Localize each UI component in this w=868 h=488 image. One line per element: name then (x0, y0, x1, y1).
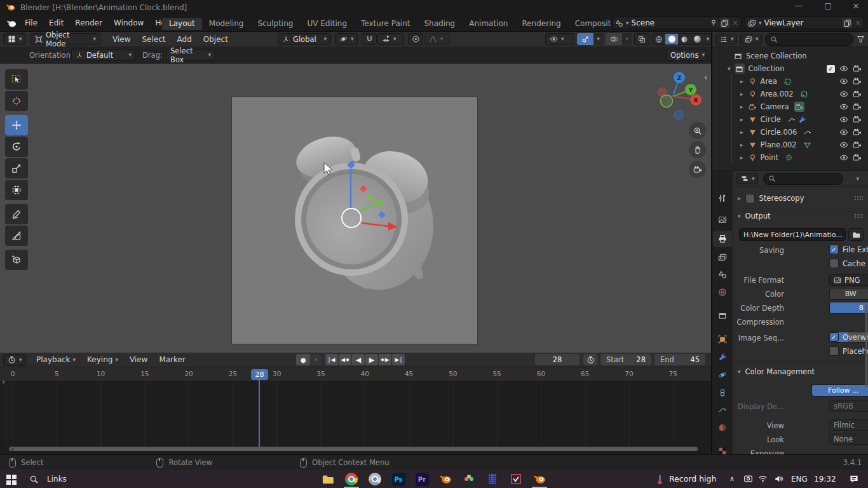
render-visibility-icon[interactable] (853, 115, 862, 124)
drag-handle-icon[interactable] (854, 196, 863, 201)
disclosure-triangle-icon[interactable]: ▸ (740, 130, 743, 135)
maximize-button[interactable]: □ (817, 1, 839, 10)
shading-wireframe-button[interactable] (653, 34, 665, 44)
filter-icon[interactable] (857, 35, 865, 43)
hide-eye-icon[interactable] (839, 64, 848, 73)
hide-eye-icon[interactable] (839, 77, 848, 86)
disclosure-triangle-icon[interactable]: ▸ (740, 117, 743, 123)
outliner-row-circle006[interactable]: ▸ Circle.006 (712, 126, 868, 139)
shading-solid-button[interactable] (665, 34, 678, 44)
tab-animation[interactable]: Animation (462, 18, 515, 30)
tab-layout[interactable]: Layout (162, 18, 202, 30)
menu-add[interactable]: Add (172, 35, 198, 44)
hide-eye-icon[interactable] (839, 128, 848, 137)
proportional-falloff-dropdown[interactable]: ▾ (424, 33, 450, 45)
view-transform-dropdown[interactable]: Filmic ▾ (829, 419, 868, 431)
clock-time[interactable]: 19:32 (814, 475, 836, 484)
menu-file[interactable]: File (19, 18, 43, 27)
outliner-row-plane002[interactable]: ▸ Plane.002 (712, 139, 868, 151)
timeline-scrollbar[interactable] (9, 447, 698, 451)
disclosure-triangle-icon[interactable]: ▸ (740, 104, 743, 110)
frame-start-field[interactable]: Start 28 (600, 354, 651, 365)
viewport-pan-button[interactable] (689, 141, 706, 158)
sidebar-collapse-arrow[interactable]: ‹ (704, 72, 707, 82)
outliner-row-collection[interactable]: ▾ Collection ✓ (712, 62, 868, 75)
play-reverse-button[interactable]: ◀ (352, 354, 365, 365)
stereoscopy-checkbox[interactable] (745, 194, 755, 203)
taskbar-file-explorer[interactable] (320, 472, 336, 486)
menu-view[interactable]: View (124, 355, 153, 364)
language-indicator[interactable]: ENG (791, 475, 808, 484)
tab-render[interactable] (712, 212, 732, 228)
tool-select-box[interactable] (5, 69, 28, 90)
viewport-zoom-button[interactable] (689, 122, 706, 139)
taskbar-resolve[interactable] (461, 472, 477, 486)
taskbar-blender-active[interactable] (532, 472, 547, 486)
tool-transform[interactable] (5, 180, 28, 200)
tool-add-cube[interactable] (5, 250, 28, 270)
tool-rotate[interactable] (5, 137, 28, 157)
taskbar-vsdc[interactable] (508, 472, 524, 486)
tab-sculpting[interactable]: Sculpting (250, 18, 300, 30)
menu-view[interactable]: View (107, 35, 136, 44)
follow-button[interactable]: Follow ... (812, 385, 868, 396)
shading-material-button[interactable] (678, 34, 691, 44)
outliner-row-circle[interactable]: ▸ Circle (712, 113, 868, 126)
hide-eye-icon[interactable] (839, 140, 848, 149)
use-preview-range-button[interactable] (583, 354, 597, 365)
show-overlays-button[interactable] (606, 33, 622, 45)
jump-to-start-button[interactable]: |◀ (325, 354, 338, 365)
tool-scale[interactable] (5, 158, 28, 179)
outliner-editor-type-button[interactable]: ▾ (715, 34, 737, 45)
tab-modifiers[interactable] (712, 349, 732, 365)
outliner-row-scene-collection[interactable]: Scene Collection (712, 50, 868, 62)
render-visibility-icon[interactable] (853, 128, 862, 137)
tray-expand-chevron[interactable]: ∧ (729, 475, 735, 483)
minimize-button[interactable]: — (788, 1, 810, 10)
file-extensions-checkbox[interactable]: ✓ (829, 245, 839, 254)
start-button[interactable] (6, 475, 17, 485)
outliner-row-camera[interactable]: ▸ Camera (712, 100, 868, 113)
keying-set-dropdown[interactable]: ▾ (311, 354, 321, 365)
transform-orientation-dropdown[interactable]: Global ▾ (278, 33, 331, 45)
new-scene-icon[interactable] (720, 18, 729, 28)
render-visibility-icon[interactable] (853, 64, 862, 73)
capture-tray-icon[interactable] (743, 474, 753, 484)
notifications-icon[interactable] (849, 474, 859, 484)
taskbar-chrome-2[interactable] (367, 472, 383, 486)
tab-compositing[interactable]: Compositing (568, 18, 611, 30)
close-button[interactable]: × (845, 1, 867, 11)
tool-move[interactable] (5, 115, 28, 135)
alarm-clock-model[interactable] (231, 97, 478, 344)
cache-result-checkbox[interactable] (829, 259, 839, 268)
viewport-3d[interactable]: Z Y X ‹ (0, 64, 711, 353)
open-folder-button[interactable] (848, 228, 864, 241)
show-gizmo-button[interactable] (577, 33, 593, 45)
drag-handle-icon[interactable] (854, 214, 863, 219)
panel-stereoscopy[interactable]: ▸ Stereoscopy (733, 192, 868, 205)
overlays-settings-dropdown[interactable]: ▾ (622, 33, 632, 45)
hide-eye-icon[interactable] (839, 115, 848, 124)
taskbar-film-app[interactable] (485, 472, 500, 486)
area-divider[interactable] (711, 32, 712, 454)
current-frame-field[interactable]: 28 (535, 354, 580, 365)
playhead-line[interactable] (259, 380, 260, 447)
taskbar-search-label[interactable]: Links (47, 475, 67, 484)
taskbar-chrome[interactable] (344, 472, 359, 486)
outliner-row-area002[interactable]: ▸ Area.002 (712, 88, 868, 100)
taskbar-blender[interactable] (438, 472, 453, 486)
pivot-point-dropdown[interactable]: ▾ (335, 33, 358, 45)
tab-modeling[interactable]: Modeling (202, 18, 251, 30)
new-viewlayer-icon[interactable] (843, 18, 852, 28)
xray-toggle-button[interactable] (634, 33, 649, 45)
disclosure-triangle-icon[interactable]: ▾ (728, 66, 731, 72)
tab-constraints[interactable] (712, 384, 732, 401)
snap-settings-dropdown[interactable]: ▾ (377, 33, 404, 45)
tool-measure[interactable] (5, 226, 28, 246)
collection-checkbox[interactable]: ✓ (827, 65, 835, 73)
playhead-badge[interactable]: 28 (251, 369, 268, 380)
menu-object[interactable]: Object (198, 35, 234, 44)
gizmo-settings-dropdown[interactable]: ▾ (593, 33, 603, 45)
outliner-row-area[interactable]: ▸ Area (712, 75, 868, 88)
viewport-camera-button[interactable] (689, 161, 706, 178)
